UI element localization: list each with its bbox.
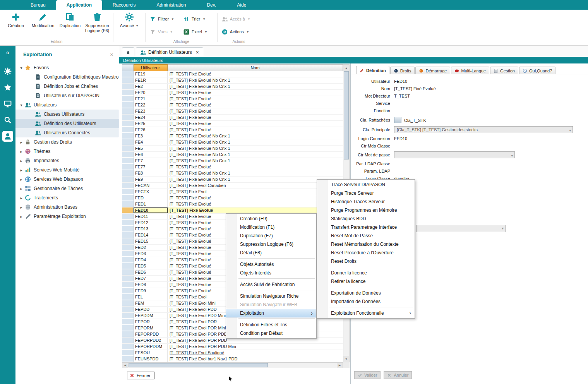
row-selector-cell[interactable] [122,121,134,127]
monitor-icon[interactable] [2,98,13,109]
submenu-item[interactable]: Reset Procédure à l'Ouverture [317,249,415,257]
row-selector-cell[interactable] [122,127,134,133]
cell-utilisateur[interactable]: FED12 [134,220,168,226]
row-selector-cell[interactable] [122,282,134,288]
table-row[interactable]: FE7 [T_TEST] Fixé Evolué Nb Cnx 1 [122,158,343,164]
row-selector-cell[interactable] [122,77,134,83]
table-row[interactable]: FEUNSPDD [T_TEST] Fixé Evol bur1 Nav1 PD… [122,356,343,362]
submenu-item[interactable]: Transfert Parametrage Interface [317,223,415,231]
tree-item[interactable]: Services Web Mobilité [15,165,119,175]
table-row[interactable]: FE5 [T_TEST] Fixé Evolué Nb Cnx 1 [122,146,343,152]
table-row[interactable]: FE77 [T_TEST] Fixé Evolué [122,164,343,170]
tree-item[interactable]: Services Web Diapason [15,175,119,184]
cell-utilisateur[interactable]: FEM [134,300,168,306]
tree-item[interactable]: Définition Jobs et Chaînes [15,82,119,91]
valider-button[interactable]: Valider [354,371,381,379]
cell-utilisateur[interactable]: FE2 [134,84,168,89]
duplication-button[interactable]: Duplication [57,12,84,28]
tree-expander-icon[interactable] [19,140,24,144]
row-selector-cell[interactable] [122,201,134,207]
cell-nom[interactable]: [T_TEST] Fixé Evolué Nb Cnx 1 [168,170,343,176]
trier-button[interactable]: Trier ▼ [182,15,209,23]
tree-expander-icon[interactable] [19,187,24,191]
row-selector-cell[interactable] [122,152,134,158]
annuler-button[interactable]: Annuler [384,371,412,379]
cell-nom[interactable]: [T_TEST] Fixé Evolué [168,102,343,108]
context-menu-item[interactable]: Création (F9) [226,214,316,223]
row-selector-cell[interactable] [122,288,134,294]
cell-nom[interactable]: [T_TEST] Fixé Evolué Nb Cnx 1 [168,77,343,83]
row-selector-cell[interactable] [122,307,134,312]
context-menu-item[interactable]: Suppression Logique (F6) [226,240,316,249]
creation-button[interactable]: Création [2,12,29,28]
row-selector-cell[interactable] [122,350,134,356]
row-selector-cell[interactable] [122,108,134,114]
table-row[interactable]: FE2 [T_TEST] Fixé Evolué Nb Cnx 1 [122,84,343,90]
context-menu-item[interactable]: Simulation Navigateur WEB [226,300,316,309]
cell-utilisateur[interactable]: FE26 [134,127,168,133]
row-selector-cell[interactable] [122,232,134,238]
cell-utilisateur[interactable]: FED7 [134,276,168,281]
row-selector-cell[interactable] [122,269,134,275]
cell-utilisateur[interactable]: FED4 [134,257,168,263]
row-selector-cell[interactable] [122,356,134,362]
tree-item[interactable]: Administration Bases [15,202,119,212]
tree-expander-icon[interactable] [19,177,24,182]
row-selector-cell[interactable] [122,238,134,244]
fermer-button[interactable]: Fermer [127,372,154,379]
context-menu-item[interactable]: Condition par Défaut [226,329,316,338]
cell-nom[interactable]: [T_TEST] Fixé Evolué [168,164,343,170]
cell-nom[interactable]: [T_TEST] Fixé Evolué [168,115,343,120]
cell-nom[interactable]: [T_TEST] Fixé Evol Souligné [168,350,343,356]
cell-nom[interactable]: [T_TEST] Fixé Evolué [168,127,343,133]
table-row[interactable]: FE24 [T_TEST] Fixé Evolué [122,115,343,121]
horizontal-scrollbar[interactable]: ◀ ▶ [122,362,343,368]
context-menu-item[interactable]: Duplication (F7) [226,231,316,240]
actions-button[interactable]: Actions ▼ [220,27,252,36]
cell-nom[interactable]: [T_TEST] Fixé Evolué [168,90,343,96]
home-tab[interactable] [122,47,134,57]
table-row[interactable]: FECTX [T_TEST] Fixé Evol [122,189,343,195]
table-row[interactable]: FE9 [T_TEST] Fixé Evolué Nb Cnx 1 [122,177,343,183]
table-row[interactable]: FE21 [T_TEST] Fixé Evolué [122,96,343,102]
tree-item[interactable]: Gestion des Droits [15,137,119,147]
row-selector-cell[interactable] [122,177,134,182]
table-row[interactable]: FE20 [T_TEST] Fixé Evolué [122,90,343,96]
menubar-item[interactable]: Application [56,0,102,10]
cell-nom[interactable]: [T_TEST] Fixé Evol bur1 Nav1 PDD [168,356,343,362]
cell-utilisateur[interactable]: FEPDDM [134,313,168,319]
tree-expander-icon[interactable] [19,149,24,154]
context-menu-item[interactable]: Détail (F8) [226,249,316,257]
context-menu-item[interactable]: Objets Autorisés [226,260,316,269]
tree-item[interactable]: Gestionnaire de Tâches [15,184,119,193]
cell-utilisateur[interactable]: FE19 [134,71,168,77]
field-value[interactable]: FED10 [394,79,407,84]
cell-nom[interactable]: [T_TEST] Fixé Evol POR PDD Mini [168,344,343,350]
cell-utilisateur[interactable]: FEPOR [134,319,168,325]
cell-utilisateur[interactable]: FE25 [134,121,168,127]
tree-expander-icon[interactable] [19,214,24,219]
row-selector-cell[interactable] [122,344,134,350]
cell-utilisateur[interactable]: FEPORPDDM [134,344,168,350]
row-selector-cell[interactable] [122,331,134,337]
context-menu-item[interactable]: Modification (F1) [226,223,316,231]
table-row[interactable]: FE26 [T_TEST] Fixé Evolué [122,127,343,133]
row-selector-cell[interactable] [122,325,134,331]
table-row[interactable]: FE25 [T_TEST] Fixé Evolué [122,121,343,127]
context-menu-item[interactable]: Exploitation [226,309,316,317]
vertical-scrollbar-thumb[interactable] [344,71,349,159]
cell-nom[interactable]: [T_TEST] Fixé Evolué [168,71,343,77]
cell-nom[interactable]: [T_TEST] Fixé Evolué Nb Cnx 1 [168,152,343,158]
cell-utilisateur[interactable]: FED11 [134,214,168,219]
submenu-item[interactable]: Exploitation Fonctionnelle [317,309,415,317]
users-person-icon[interactable] [2,131,13,142]
acces-a-button[interactable]: Accès à ▼ [220,15,252,23]
tree-item[interactable]: Utilisateurs sur DIAPASON [15,91,119,100]
row-selector-cell[interactable] [122,257,134,263]
cell-utilisateur[interactable]: FED14 [134,232,168,238]
cell-utilisateur[interactable]: FED3 [134,251,168,257]
row-selector-cell[interactable] [122,319,134,325]
tree-expander-icon[interactable] [19,205,24,209]
document-tab[interactable]: Définition Utilisateurs × [136,47,203,57]
scroll-right-icon[interactable]: ▶ [337,363,343,368]
